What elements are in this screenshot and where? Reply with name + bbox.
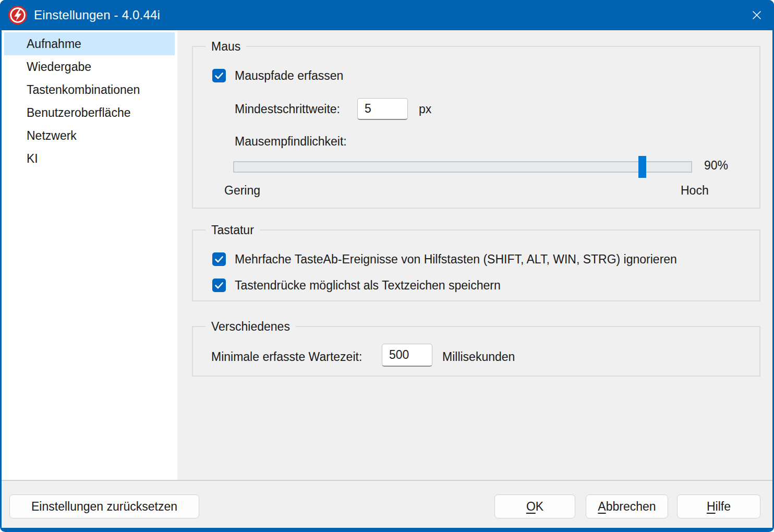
group-tastatur: Tastatur Mehrfache TasteAb-Ereignisse vo…: [192, 229, 760, 301]
ignore-keyup-checkbox[interactable]: [212, 252, 226, 266]
group-maus-legend: Maus: [205, 39, 246, 54]
ok-button[interactable]: OK: [494, 494, 575, 518]
group-verschiedenes: Verschiedenes Minimale erfasste Wartezei…: [192, 326, 760, 377]
settings-dialog: Einstellungen - 4.0.44i Aufnahme Wiederg…: [0, 0, 774, 532]
sidebar-item-benutzeroberflaeche[interactable]: Benutzeroberfläche: [4, 101, 175, 124]
window-title: Einstellungen - 4.0.44i: [34, 8, 160, 22]
titlebar: Einstellungen - 4.0.44i: [0, 0, 774, 30]
sidebar-item-label: KI: [27, 152, 38, 166]
group-maus: Maus Mauspfade erfassen Mindestschrittwe…: [192, 46, 760, 209]
slider-thumb[interactable]: [638, 156, 646, 178]
sidebar-item-label: Netzwerk: [27, 129, 77, 143]
reset-settings-button[interactable]: Einstellungen zurücksetzen: [9, 494, 199, 518]
checkmark-icon: [212, 279, 226, 292]
min-wait-input[interactable]: [382, 344, 432, 367]
sensitivity-value: 90%: [704, 158, 728, 173]
cancel-button[interactable]: Abbrechen: [586, 494, 668, 518]
sidebar-item-label: Benutzeroberfläche: [27, 106, 130, 120]
min-wait-label: Minimale erfasste Wartezeit:: [211, 349, 362, 365]
min-step-input[interactable]: [357, 98, 408, 120]
mousepaths-row: Mauspfade erfassen: [212, 68, 343, 83]
sidebar-item-label: Tastenkombinationen: [27, 83, 140, 97]
sidebar-item-tastenkombinationen[interactable]: Tastenkombinationen: [4, 78, 175, 101]
sidebar-item-netzwerk[interactable]: Netzwerk: [4, 124, 175, 147]
min-step-label: Mindestschrittweite:: [235, 101, 340, 117]
footer-divider: [2, 480, 772, 481]
sidebar: Aufnahme Wiedergabe Tastenkombinationen …: [2, 30, 177, 480]
help-label: H: [707, 500, 716, 513]
sidebar-item-label: Aufnahme: [27, 37, 81, 51]
sensitivity-slider[interactable]: [233, 161, 692, 173]
textchars-label: Tastendrücke möglichst als Textzeichen s…: [235, 277, 501, 293]
app-lightning-icon: [8, 5, 28, 25]
help-button[interactable]: Hilfe: [677, 494, 760, 518]
mousepaths-checkbox[interactable]: [212, 69, 226, 82]
sidebar-item-aufnahme[interactable]: Aufnahme: [4, 32, 175, 55]
ok-label: O: [526, 500, 536, 513]
slider-high-label: Hoch: [681, 183, 709, 198]
mousepaths-label: Mauspfade erfassen: [235, 68, 343, 83]
ignore-keyup-label: Mehrfache TasteAb-Ereignisse von Hilfsta…: [235, 251, 677, 267]
slider-low-label: Gering: [224, 183, 260, 198]
cancel-label: A: [598, 500, 606, 513]
textchars-checkbox[interactable]: [212, 279, 226, 292]
min-wait-unit: Millisekunden: [442, 349, 515, 365]
reset-settings-label: Einstellungen zurücksetzen: [31, 500, 177, 514]
textchars-row: Tastendrücke möglichst als Textzeichen s…: [212, 277, 501, 293]
ignore-keyup-row: Mehrfache TasteAb-Ereignisse von Hilfsta…: [212, 251, 677, 267]
sidebar-item-wiedergabe[interactable]: Wiedergabe: [4, 55, 175, 78]
checkmark-icon: [212, 69, 226, 82]
close-icon: [749, 8, 764, 22]
dialog-content: Aufnahme Wiedergabe Tastenkombinationen …: [2, 30, 772, 528]
min-step-unit: px: [419, 101, 431, 117]
group-verschiedenes-legend: Verschiedenes: [205, 319, 296, 334]
sidebar-item-ki[interactable]: KI: [4, 147, 175, 170]
sensitivity-label: Mausempfindlichkeit:: [235, 134, 347, 149]
group-tastatur-legend: Tastatur: [205, 222, 260, 238]
sidebar-item-label: Wiedergabe: [27, 60, 91, 74]
checkmark-icon: [212, 252, 226, 266]
close-button[interactable]: [740, 0, 774, 30]
